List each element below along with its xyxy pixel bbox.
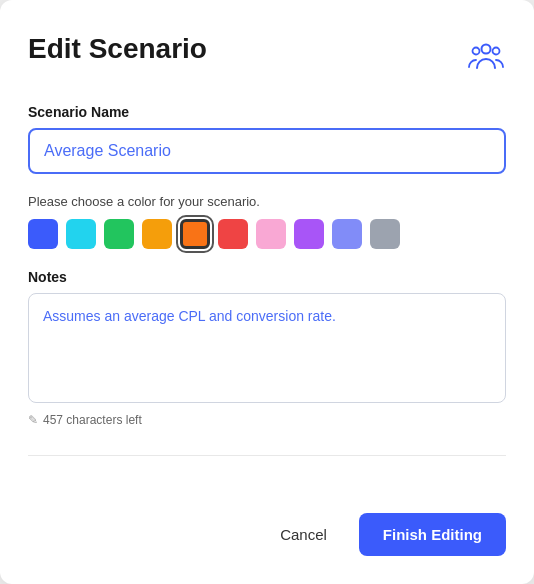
color-swatch-pink[interactable] <box>256 219 286 249</box>
char-count-icon: ✎ <box>28 413 38 427</box>
notes-section: Notes ✎ 457 characters left <box>28 269 506 427</box>
color-swatch-green[interactable] <box>104 219 134 249</box>
cancel-button[interactable]: Cancel <box>264 516 343 553</box>
edit-scenario-dialog: Edit Scenario Scenario Name Please choos… <box>0 0 534 584</box>
char-count-container: ✎ 457 characters left <box>28 413 506 427</box>
team-icon <box>466 36 506 76</box>
color-picker-section: Please choose a color for your scenario. <box>28 194 506 249</box>
color-swatch-yellow[interactable] <box>142 219 172 249</box>
color-swatch-indigo[interactable] <box>332 219 362 249</box>
color-swatch-gray[interactable] <box>370 219 400 249</box>
color-swatch-red[interactable] <box>218 219 248 249</box>
dialog-header: Edit Scenario <box>28 32 506 76</box>
notes-textarea[interactable] <box>28 293 506 403</box>
color-swatch-purple[interactable] <box>294 219 324 249</box>
svg-point-1 <box>473 48 480 55</box>
notes-label: Notes <box>28 269 506 285</box>
scenario-name-label: Scenario Name <box>28 104 506 120</box>
color-instruction-text: Please choose a color for your scenario. <box>28 194 506 209</box>
char-count-text: 457 characters left <box>43 413 142 427</box>
finish-editing-button[interactable]: Finish Editing <box>359 513 506 556</box>
dialog-title: Edit Scenario <box>28 32 207 66</box>
svg-point-2 <box>493 48 500 55</box>
footer-divider <box>28 455 506 456</box>
svg-point-0 <box>482 45 491 54</box>
color-swatch-cyan[interactable] <box>66 219 96 249</box>
scenario-name-input[interactable] <box>28 128 506 174</box>
color-swatch-blue[interactable] <box>28 219 58 249</box>
color-swatches-container <box>28 219 506 249</box>
dialog-footer: Cancel Finish Editing <box>28 513 506 556</box>
color-swatch-orange[interactable] <box>180 219 210 249</box>
